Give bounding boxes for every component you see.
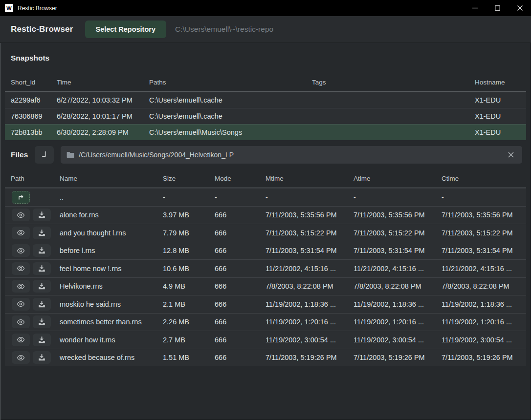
file-atime: -	[348, 193, 436, 201]
eye-icon	[17, 265, 25, 272]
snapshot-short-id: a2299af6	[5, 96, 51, 104]
snapshot-hostname: X1-EDU	[469, 96, 526, 104]
download-icon	[38, 247, 45, 254]
eye-icon	[17, 319, 25, 325]
file-size: 2.7 MB	[157, 336, 209, 344]
file-mode: 666	[209, 211, 260, 219]
col-size: Size	[157, 175, 209, 182]
file-size: -	[157, 193, 209, 201]
select-repository-button[interactable]: Select Repository	[85, 21, 167, 38]
file-size: 4.9 MB	[157, 282, 209, 290]
file-name: before l.rns	[54, 247, 157, 254]
preview-button[interactable]	[12, 280, 30, 293]
snapshot-hostname: X1-EDU	[469, 112, 526, 120]
file-row[interactable]: moskito he said.rns 2.1 MB 666 11/19/200…	[5, 295, 526, 313]
download-button[interactable]	[33, 262, 51, 275]
snapshots-title: Snapshots	[11, 54, 49, 63]
file-row[interactable]: before l.rns 12.8 MB 666 7/11/2003, 5:31…	[5, 242, 526, 260]
snapshot-row[interactable]: 76306869 6/28/2022, 10:01:17 PM C:\Users…	[5, 108, 526, 124]
download-button[interactable]	[33, 351, 51, 364]
file-actions	[5, 209, 54, 221]
preview-button[interactable]	[12, 244, 30, 257]
download-button[interactable]	[33, 244, 51, 257]
file-size: 3.97 MB	[157, 211, 209, 219]
minimize-button[interactable]	[464, 0, 486, 16]
file-row[interactable]: alone for.rns 3.97 MB 666 7/11/2003, 5:3…	[5, 206, 526, 224]
download-button[interactable]	[33, 280, 51, 293]
download-button[interactable]	[33, 298, 51, 311]
file-name: sometimes better than.rns	[54, 318, 157, 326]
file-mtime: 11/21/2002, 4:15:16 ...	[260, 265, 348, 273]
download-icon	[38, 318, 45, 325]
file-ctime: 7/11/2003, 5:35:56 PM	[436, 211, 526, 219]
download-icon	[38, 336, 45, 343]
preview-button[interactable]	[12, 227, 30, 239]
empty-area	[0, 366, 531, 419]
files-table: Path Name Size Mode Mtime Atime Ctime ..…	[5, 169, 526, 366]
enter-parent-arrow-icon	[17, 194, 25, 201]
snapshot-short-id: 72b813bb	[5, 128, 51, 136]
file-atime: 7/11/2003, 5:31:54 PM	[348, 247, 436, 254]
file-atime: 11/19/2002, 3:00:54 ...	[348, 336, 436, 344]
file-row[interactable]: wrecked because of.rns 1.51 MB 666 7/11/…	[5, 349, 526, 367]
snapshot-time: 6/30/2022, 2:28:09 PM	[51, 128, 143, 136]
file-mode: 666	[209, 336, 260, 344]
file-actions	[5, 334, 54, 346]
download-button[interactable]	[33, 334, 51, 346]
file-row[interactable]: and you thought l.rns 7.79 MB 666 7/11/2…	[5, 224, 526, 242]
file-ctime: 7/11/2003, 5:19:26 PM	[436, 354, 526, 361]
download-button[interactable]	[33, 209, 51, 221]
snapshot-row-selected[interactable]: 72b813bb 6/30/2022, 2:28:09 PM C:\Users\…	[5, 124, 526, 140]
snapshot-row[interactable]: a2299af6 6/27/2022, 10:03:32 PM C:\Users…	[5, 92, 526, 108]
open-parent-dir-button[interactable]	[12, 191, 30, 204]
close-icon[interactable]	[506, 149, 516, 160]
file-row[interactable]: Helvikone.rns 4.9 MB 666 7/8/2003, 8:22:…	[5, 277, 526, 295]
file-ctime: 11/19/2002, 1:18:36 ...	[436, 300, 526, 308]
preview-button[interactable]	[12, 334, 30, 346]
close-button[interactable]	[509, 0, 531, 16]
file-row[interactable]: feel home now !.rns 10.6 MB 666 11/21/20…	[5, 259, 526, 277]
file-mtime: 11/19/2002, 1:20:16 ...	[260, 318, 348, 326]
file-mode: -	[209, 193, 260, 201]
file-atime: 7/11/2003, 5:15:22 PM	[348, 229, 436, 237]
col-path: Path	[5, 175, 54, 182]
file-actions	[5, 227, 54, 239]
file-mode: 666	[209, 300, 260, 308]
file-size: 2.26 MB	[157, 318, 209, 326]
download-button[interactable]	[33, 315, 51, 328]
file-name: feel home now !.rns	[54, 265, 157, 273]
eye-icon	[17, 230, 25, 236]
col-hostname: Hostname	[469, 79, 526, 86]
preview-button[interactable]	[12, 298, 30, 311]
page-title: Restic-Browser	[11, 24, 73, 34]
folder-icon	[66, 151, 74, 158]
col-ctime: Ctime	[436, 175, 526, 182]
file-ctime: 11/21/2002, 4:15:16 ...	[436, 265, 526, 273]
maximize-button[interactable]	[486, 0, 509, 16]
snapshots-table-header: Short_id Time Paths Tags Hostname	[5, 73, 526, 92]
eye-icon	[17, 248, 25, 254]
current-path-bar[interactable]: /C/Users/emuell/Music/Songs/2004_Helveti…	[61, 146, 522, 164]
up-to-root-button[interactable]	[35, 146, 54, 164]
file-row[interactable]: wonder how it.rns 2.7 MB 666 11/19/2002,…	[5, 331, 526, 349]
file-ctime: 11/19/2002, 1:20:16 ...	[436, 318, 526, 326]
preview-button[interactable]	[12, 209, 30, 221]
file-actions	[5, 262, 54, 275]
parent-dir-row[interactable]: .. - - - - -	[5, 188, 526, 206]
snapshot-paths: C:\Users\emuell\.cache	[143, 96, 306, 104]
file-mtime: 7/11/2003, 5:35:56 PM	[260, 211, 348, 219]
up-level-icon	[40, 150, 48, 160]
eye-icon	[17, 283, 25, 290]
file-row[interactable]: sometimes better than.rns 2.26 MB 666 11…	[5, 313, 526, 331]
file-name: moskito he said.rns	[54, 300, 157, 308]
snapshots-table: Short_id Time Paths Tags Hostname a2299a…	[5, 73, 526, 140]
preview-button[interactable]	[12, 351, 30, 364]
preview-button[interactable]	[12, 315, 30, 328]
download-button[interactable]	[33, 227, 51, 239]
snapshot-time: 6/28/2022, 10:01:17 PM	[51, 112, 143, 120]
files-table-header: Path Name Size Mode Mtime Atime Ctime	[5, 169, 526, 188]
file-mtime: 7/11/2003, 5:31:54 PM	[260, 247, 348, 254]
preview-button[interactable]	[12, 262, 30, 275]
file-atime: 11/21/2002, 4:15:16 ...	[348, 265, 436, 273]
file-mode: 666	[209, 318, 260, 326]
